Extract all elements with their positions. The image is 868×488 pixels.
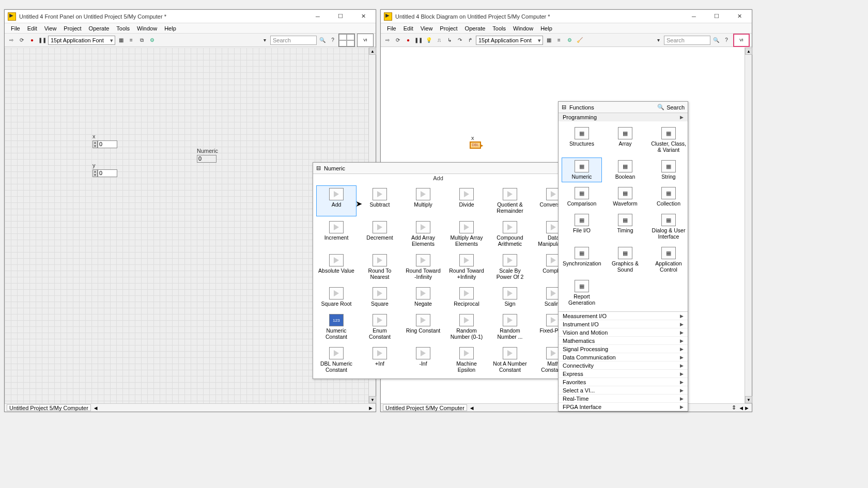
abort-button[interactable]: ● — [27, 36, 37, 45]
menu-help[interactable]: Help — [161, 24, 179, 33]
spinner-x[interactable]: ▲▼ — [92, 140, 98, 148]
numeric-item-negate[interactable]: Negate — [403, 285, 443, 309]
menu-edit[interactable]: Edit — [24, 24, 40, 33]
menu-tools[interactable]: Tools — [113, 24, 133, 33]
retain-wire-icon[interactable]: ⎍ — [435, 36, 444, 45]
menu-window[interactable]: Window — [510, 24, 536, 33]
numeric-item-scale-by-power-of-2[interactable]: Scale By Power Of 2 — [490, 251, 530, 282]
resize-button[interactable]: ⧉ — [137, 36, 146, 45]
distribute-button[interactable]: ≡ — [554, 36, 564, 45]
run-button[interactable]: ⇨ — [7, 36, 16, 45]
category-favorites[interactable]: Favorites▶ — [559, 378, 688, 386]
numeric-item-dbl-numeric-constant[interactable]: DBL Numeric Constant — [316, 344, 357, 375]
category-express[interactable]: Express▶ — [559, 370, 688, 378]
category-select-a-vi-[interactable]: Select a VI...▶ — [559, 386, 688, 395]
help-icon[interactable]: ? — [722, 36, 731, 45]
numeric-item-compound-arithmetic[interactable]: Compound Arithmetic — [490, 218, 530, 249]
abort-button[interactable]: ● — [404, 36, 413, 45]
functions-item-collection[interactable]: ▦Collection — [648, 184, 689, 209]
reorder-button[interactable]: ⚙ — [565, 36, 574, 45]
numeric-item-add-array-elements[interactable]: Add Array Elements — [403, 218, 443, 249]
numeric-item-increment[interactable]: Increment — [316, 218, 357, 249]
distribute-button[interactable]: ≡ — [127, 36, 136, 45]
pause-button[interactable]: ❚❚ — [38, 36, 47, 45]
numeric-item-numeric-constant[interactable]: 123Numeric Constant — [316, 311, 357, 342]
numeric-item-divide[interactable]: Divide — [446, 185, 487, 216]
vi-icon[interactable]: VI — [733, 34, 750, 47]
numeric-item--inf[interactable]: -Inf — [403, 344, 443, 375]
numeric-item-not-a-number-constant[interactable]: Not A Number Constant — [490, 344, 530, 375]
functions-item-comparison[interactable]: ▦Comparison — [562, 184, 602, 209]
menu-edit[interactable]: Edit — [400, 24, 416, 33]
search-icon[interactable]: 🔍 — [657, 104, 664, 111]
menu-file[interactable]: File — [8, 24, 23, 33]
control-y[interactable]: y ▲▼0 — [92, 162, 117, 177]
numeric-item-round-to-nearest[interactable]: Round To Nearest — [360, 251, 400, 282]
search-input[interactable]: Search — [270, 36, 317, 45]
connector-pane[interactable] — [338, 34, 355, 47]
numeric-item-multiply[interactable]: Multiply — [403, 185, 443, 216]
functions-item-waveform[interactable]: ▦Waveform — [605, 184, 645, 209]
menu-operate[interactable]: Operate — [86, 24, 113, 33]
functions-item-dialog-user-interface[interactable]: ▦Dialog & User Interface — [648, 211, 689, 242]
menu-operate[interactable]: Operate — [462, 24, 489, 33]
term-x[interactable]: DBL — [470, 141, 481, 149]
run-button[interactable]: ⇨ — [383, 36, 392, 45]
align-button[interactable]: ▦ — [116, 36, 126, 45]
numeric-palette-header[interactable]: ⊟ Numeric — [313, 163, 563, 174]
functions-item-cluster-class-variant[interactable]: ▦Cluster, Class, & Variant — [648, 124, 689, 155]
numeric-item-multiply-array-elements[interactable]: Multiply Array Elements — [446, 218, 487, 249]
menu-project[interactable]: Project — [437, 24, 460, 33]
category-real-time[interactable]: Real-Time▶ — [559, 395, 688, 403]
menu-help[interactable]: Help — [537, 24, 555, 33]
numeric-item-decrement[interactable]: Decrement — [360, 218, 400, 249]
cleanup-icon[interactable]: 🧹 — [575, 36, 584, 45]
category-measurement-i-o[interactable]: Measurement I/O▶ — [559, 312, 688, 320]
minimize-button[interactable]: ─ — [308, 11, 327, 22]
search-label[interactable]: Search — [667, 104, 685, 111]
menu-project[interactable]: Project — [60, 24, 84, 33]
field-x[interactable]: 0 — [98, 140, 117, 148]
category-vision-and-motion[interactable]: Vision and Motion▶ — [559, 328, 688, 337]
bd-titlebar[interactable]: Untitled 4 Block Diagram on Untitled Pro… — [381, 10, 752, 23]
functions-item-file-i-o[interactable]: ▦File I/O — [562, 211, 602, 242]
highlight-exec-icon[interactable]: 💡 — [424, 36, 433, 45]
numeric-item-square[interactable]: Square — [360, 285, 400, 309]
maximize-button[interactable]: ☐ — [331, 11, 350, 22]
align-button[interactable]: ▦ — [544, 36, 553, 45]
numeric-item-subtract[interactable]: Subtract — [360, 185, 400, 216]
functions-item-synchronization[interactable]: ▦Synchronization — [562, 244, 602, 275]
numeric-item-round-toward-infinity[interactable]: Round Toward -Infinity — [403, 251, 443, 282]
numeric-item-quotient-remainder[interactable]: Quotient & Remainder — [490, 185, 530, 216]
menu-file[interactable]: File — [384, 24, 399, 33]
menu-view[interactable]: View — [41, 24, 60, 33]
functions-item-timing[interactable]: ▦Timing — [605, 211, 645, 242]
vi-icon[interactable]: VI — [357, 34, 374, 47]
menu-view[interactable]: View — [417, 24, 436, 33]
category-connectivity[interactable]: Connectivity▶ — [559, 361, 688, 370]
numeric-item-enum-constant[interactable]: Enum Constant — [360, 311, 400, 342]
search-input[interactable]: Search — [664, 36, 710, 45]
maximize-button[interactable]: ☐ — [707, 11, 726, 22]
numeric-item-random-number-0-1-[interactable]: Random Number (0-1) — [446, 311, 487, 342]
functions-item-graphics-sound[interactable]: ▦Graphics & Sound — [605, 244, 645, 275]
numeric-item-sign[interactable]: Sign — [490, 285, 530, 309]
functions-palette-header[interactable]: ⊟ Functions 🔍 Search — [559, 102, 688, 113]
search-icon[interactable]: 🔍 — [318, 36, 327, 45]
step-into-icon[interactable]: ↳ — [445, 36, 454, 45]
numeric-item-reciprocal[interactable]: Reciprocal — [446, 285, 487, 309]
numeric-item-absolute-value[interactable]: Absolute Value — [316, 251, 357, 282]
field-y[interactable]: 0 — [98, 169, 117, 177]
numeric-item-random-number-[interactable]: Random Number ... — [490, 311, 530, 342]
minimize-button[interactable]: ─ — [685, 11, 703, 22]
category-instrument-i-o[interactable]: Instrument I/O▶ — [559, 320, 688, 328]
close-button[interactable]: ✕ — [730, 11, 749, 22]
search-icon[interactable]: 🔍 — [711, 36, 721, 45]
numeric-item--inf[interactable]: +Inf — [360, 344, 400, 375]
pause-button[interactable]: ❚❚ — [414, 36, 423, 45]
category-fpga-interface[interactable]: FPGA Interface▶ — [559, 403, 688, 411]
close-button[interactable]: ✕ — [354, 11, 373, 22]
functions-item-array[interactable]: ▦Array — [605, 124, 645, 155]
fp-titlebar[interactable]: Untitled 4 Front Panel on Untitled Proje… — [5, 10, 376, 23]
numeric-item-ring-constant[interactable]: Ring Constant — [403, 311, 443, 342]
